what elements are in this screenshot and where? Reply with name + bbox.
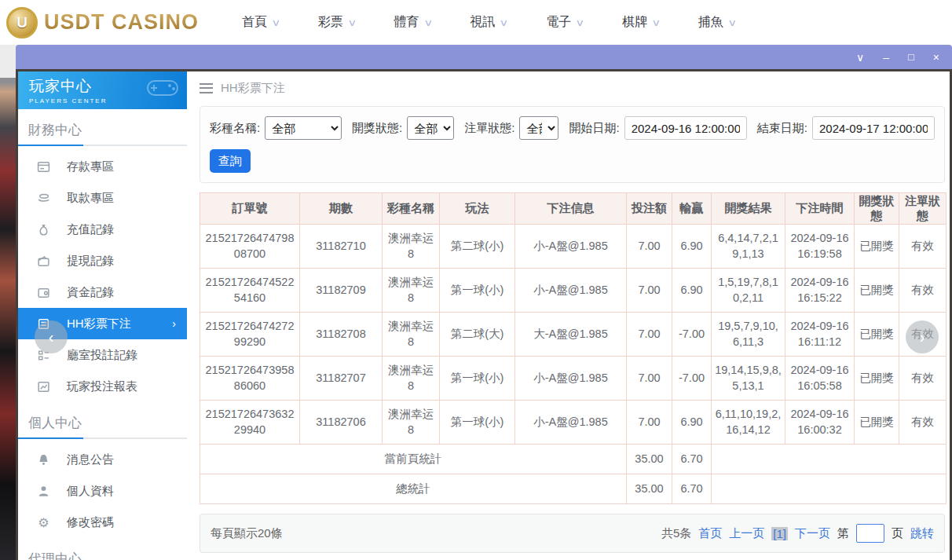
- chevron-down-icon: ∨: [423, 17, 433, 28]
- gear-icon: ⚙: [37, 516, 50, 529]
- section-divider: [18, 145, 187, 146]
- nav-item-slots[interactable]: 電子∨: [546, 14, 584, 31]
- next-page-link[interactable]: 下一页: [795, 526, 830, 541]
- sidebar-item-profile[interactable]: 個人資料: [18, 475, 187, 507]
- start-date-label: 開始日期:: [569, 121, 620, 136]
- page-summary-row: 當前頁統計 35.00 6.70: [200, 445, 947, 474]
- jump-suffix: 页: [892, 526, 903, 541]
- nav-item-video[interactable]: 視訊∨: [470, 14, 507, 31]
- total-summary-row: 總統計 35.00 6.70: [200, 474, 947, 504]
- brand-name: USDT CASINO: [44, 10, 199, 35]
- section-agent-center: 代理中心: [18, 538, 187, 560]
- draw-status-select[interactable]: 全部: [407, 116, 454, 140]
- jump-page-input[interactable]: [856, 524, 884, 543]
- window-close-button[interactable]: ×: [933, 52, 939, 63]
- bets-table: 訂單號 期數 彩種名稱 玩法 下注信息 投注額 輸贏 開獎結果 下注時間 開獎狀…: [200, 192, 947, 504]
- table-row: 2152172647452254160 31182709 澳洲幸运8 第一球(小…: [200, 269, 947, 313]
- sidebar-item-cashout-record[interactable]: 提現記錄: [18, 245, 187, 276]
- players-center-header: 玩家中心 PLAYERS CENTER: [18, 71, 187, 109]
- total-summary-label: 總統計: [200, 474, 627, 504]
- section-divider: [18, 437, 187, 439]
- coin-logo-icon: U: [6, 7, 38, 38]
- table-row: 2152172647395886060 31182707 澳洲幸运8 第一球(小…: [200, 357, 947, 401]
- nav-item-cards[interactable]: 棋牌∨: [622, 14, 660, 31]
- nav-item-sports[interactable]: 體育∨: [394, 14, 432, 31]
- table-row: 2152172647479808700 31182710 澳洲幸运8 第二球(小…: [200, 225, 947, 269]
- brand-logo[interactable]: U USDT CASINO: [6, 7, 199, 38]
- carousel-left-arrow[interactable]: ‹: [35, 320, 68, 353]
- total-summary-bet: 35.00: [627, 474, 672, 504]
- funds-icon: [37, 286, 50, 299]
- menu-toggle-icon[interactable]: [200, 83, 213, 93]
- chevron-down-icon: ∨: [727, 17, 737, 28]
- cashout-icon: [37, 254, 50, 268]
- nav-item-fishing[interactable]: 捕魚∨: [698, 14, 736, 31]
- window-collapse-button[interactable]: ∨: [856, 52, 864, 63]
- sidebar-item-change-password[interactable]: ⚙ 修改密碼: [18, 507, 187, 538]
- gamepad-icon: [145, 75, 181, 100]
- nav-items: 首頁∨ 彩票∨ 體育∨ 視訊∨ 電子∨ 棋牌∨ 捕魚∨: [242, 14, 736, 31]
- sidebar-item-funds-record[interactable]: 資金記錄: [18, 276, 187, 308]
- page-summary-winloss: 6.70: [672, 445, 712, 474]
- page-summary-bet: 35.00: [627, 445, 672, 474]
- end-date-label: 結束日期:: [757, 121, 807, 136]
- jump-button[interactable]: 跳转: [910, 526, 934, 541]
- total-summary-winloss: 6.70: [672, 474, 712, 504]
- sidebar: 玩家中心 PLAYERS CENTER 財務中心 存款專區: [18, 71, 187, 560]
- chevron-down-icon: ∨: [347, 17, 357, 28]
- bell-icon: [37, 453, 50, 467]
- table-row: 2152172647363229940 31182706 澳洲幸运8 第一球(小…: [200, 401, 947, 445]
- table-header-row: 訂單號 期數 彩種名稱 玩法 下注信息 投注額 輸贏 開獎結果 下注時間 開獎狀…: [200, 193, 947, 225]
- window-titlebar: ∨ – □ ×: [16, 45, 952, 69]
- breadcrumb: HH彩票下注: [200, 71, 945, 100]
- section-finance-center: 財務中心: [18, 109, 187, 145]
- chevron-down-icon: ∨: [575, 17, 584, 28]
- page-summary-label: 當前頁統計: [200, 445, 627, 474]
- withdraw-icon: [37, 192, 50, 205]
- jump-prefix: 第: [837, 526, 849, 541]
- profile-icon: [37, 485, 50, 498]
- first-page-link[interactable]: 首页: [698, 526, 722, 541]
- chevron-down-icon: ∨: [500, 17, 509, 28]
- page-title: HH彩票下注: [221, 81, 285, 96]
- total-count: 共5条: [661, 526, 691, 541]
- sidebar-item-withdraw[interactable]: 取款專區: [18, 182, 187, 214]
- prev-page-link[interactable]: 上一页: [729, 526, 764, 541]
- chevron-down-icon: ∨: [651, 17, 661, 28]
- carousel-right-arrow[interactable]: ›: [906, 320, 939, 353]
- order-status-label: 注單狀態:: [464, 121, 514, 136]
- sidebar-item-deposit[interactable]: 存款專區: [18, 151, 187, 182]
- site-top-nav: U USDT CASINO 首頁∨ 彩票∨ 體育∨ 視訊∨ 電子∨ 棋牌∨ 捕魚…: [0, 0, 952, 45]
- nav-item-home[interactable]: 首頁∨: [242, 14, 280, 31]
- draw-status-label: 開獎狀態:: [352, 121, 402, 136]
- table-row: 2152172647427299290 31182708 澳洲幸运8 第二球(大…: [200, 313, 947, 357]
- sidebar-item-player-bet-report[interactable]: 玩家投注報表: [18, 371, 187, 402]
- nav-item-lottery[interactable]: 彩票∨: [318, 14, 356, 31]
- current-page-badge: [1]: [771, 527, 788, 540]
- recharge-icon: [37, 223, 50, 236]
- end-date-input[interactable]: [812, 116, 935, 140]
- search-button[interactable]: 查詢: [210, 149, 251, 173]
- chevron-right-icon: ›: [172, 317, 176, 330]
- order-status-select[interactable]: 全部: [519, 116, 558, 140]
- main-content: HH彩票下注 彩種名稱: 全部 開獎狀態: 全部 注單狀態: 全部: [187, 71, 950, 560]
- filter-panel: 彩種名稱: 全部 開獎狀態: 全部 注單狀態: 全部 開始日期:: [200, 106, 945, 183]
- lottery-name-select[interactable]: 全部: [265, 116, 342, 140]
- pagination-bar: 每頁顯示20條 共5条 首页 上一页 [1] 下一页 第 页 跳转: [200, 514, 945, 553]
- section-personal-center: 個人中心: [18, 402, 187, 437]
- window-maximize-button[interactable]: □: [908, 52, 914, 62]
- sidebar-item-recharge-record[interactable]: 充值記錄: [18, 214, 187, 245]
- page-size-label: 每頁顯示20條: [211, 526, 283, 541]
- chevron-down-icon: ∨: [271, 17, 280, 28]
- start-date-input[interactable]: [624, 116, 747, 140]
- report-icon: [37, 380, 50, 393]
- sidebar-item-announcements[interactable]: 消息公告: [18, 444, 187, 475]
- background-photo-strip: [0, 45, 17, 560]
- deposit-icon: [37, 160, 50, 174]
- player-center-window: ∨ – □ × 玩家中心 PLAYERS CENTER 財務中心: [16, 45, 952, 560]
- lottery-name-label: 彩種名稱:: [210, 121, 260, 136]
- window-minimize-button[interactable]: –: [883, 52, 889, 63]
